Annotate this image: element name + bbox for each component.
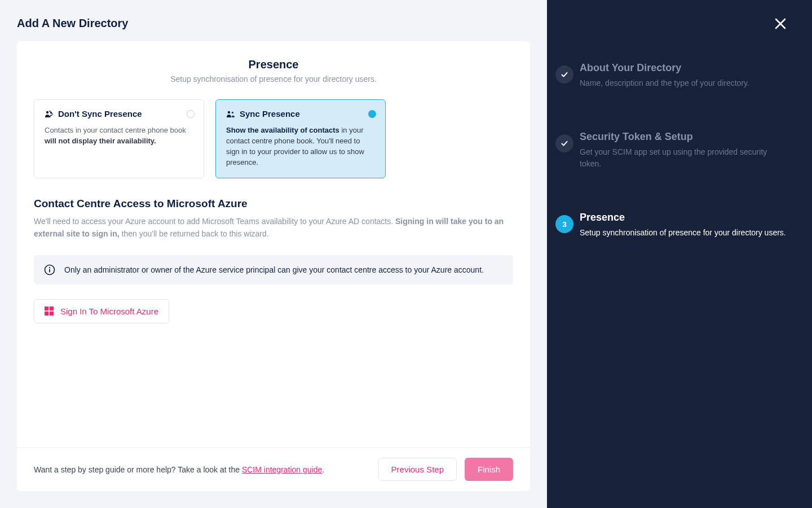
close-icon (774, 17, 787, 30)
svg-point-3 (228, 111, 230, 113)
scim-guide-link[interactable]: SCIM integration guide (242, 465, 322, 474)
step-content: About Your Directory Name, description a… (580, 62, 749, 89)
step-indicator-done (555, 134, 573, 152)
option-description: Contacts in your contact centre phone bo… (45, 125, 193, 147)
option-header: Sync Presence (226, 109, 375, 119)
presence-options: Don't Sync Presence Contacts in your con… (34, 99, 513, 178)
info-banner: Only an administrator or owner of the Az… (34, 255, 513, 284)
option-dont-sync-presence[interactable]: Don't Sync Presence Contacts in your con… (34, 99, 204, 178)
option-desc-bold: will not display their availability. (45, 137, 156, 145)
check-icon (561, 139, 568, 147)
footer-help-text: Want a step by step guide or more help? … (34, 465, 324, 474)
step-indicator-done (555, 65, 573, 84)
step-indicator-current: 3 (555, 215, 573, 233)
svg-rect-10 (45, 312, 48, 316)
step-content: Security Token & Setup Get your SCIM app… (580, 131, 789, 170)
svg-rect-9 (50, 306, 54, 310)
svg-point-4 (232, 111, 233, 113)
card-footer: Want a step by step guide or more help? … (17, 447, 530, 491)
step-title: Security Token & Setup (580, 131, 789, 143)
card-body: Presence Setup synchronisation of presen… (17, 58, 530, 447)
info-icon (44, 264, 55, 275)
section-title: Presence (34, 58, 513, 71)
main-content: Add A New Directory Presence Setup synch… (0, 0, 547, 508)
azure-section-title: Contact Centre Access to Microsoft Azure (34, 198, 513, 210)
svg-rect-8 (45, 306, 48, 310)
step-content: Presence Setup synchronisation of presen… (580, 212, 786, 239)
radio-indicator-selected (368, 110, 376, 118)
step-security-token[interactable]: Security Token & Setup Get your SCIM app… (580, 131, 789, 170)
step-description: Setup synchronisation of presence for yo… (580, 227, 786, 239)
previous-step-button[interactable]: Previous Step (378, 458, 457, 481)
svg-rect-11 (50, 312, 54, 316)
person-off-icon (45, 110, 54, 118)
microsoft-icon (45, 306, 54, 316)
svg-point-6 (49, 267, 50, 268)
finish-button[interactable]: Finish (465, 458, 513, 481)
option-title: Don't Sync Presence (58, 109, 142, 119)
radio-indicator-unselected (187, 110, 195, 118)
wizard-card: Presence Setup synchronisation of presen… (17, 41, 530, 491)
footer-buttons: Previous Step Finish (378, 458, 513, 481)
step-description: Get your SCIM app set up using the provi… (580, 146, 789, 170)
option-description: Show the availability of contacts in you… (226, 125, 375, 168)
check-icon (561, 71, 568, 78)
sign-in-azure-label: Sign In To Microsoft Azure (60, 306, 158, 316)
section-subtitle: Setup synchronisation of presence for yo… (34, 75, 513, 84)
option-desc-bold: Show the availability of contacts (226, 126, 339, 134)
azure-section: Contact Centre Access to Microsoft Azure… (34, 198, 513, 323)
azure-desc-suffix: then you'll be returned back to this wiz… (120, 229, 269, 238)
step-about-directory[interactable]: About Your Directory Name, description a… (580, 62, 789, 89)
svg-point-0 (46, 111, 48, 113)
step-presence[interactable]: 3 Presence Setup synchronisation of pres… (580, 212, 789, 239)
close-button[interactable] (771, 15, 789, 33)
option-header: Don't Sync Presence (45, 109, 193, 119)
info-text: Only an administrator or owner of the Az… (64, 265, 484, 274)
option-title: Sync Presence (240, 109, 300, 119)
sign-in-azure-button[interactable]: Sign In To Microsoft Azure (34, 299, 169, 323)
step-description: Name, description and the type of your d… (580, 77, 749, 89)
page-title: Add A New Directory (0, 0, 547, 41)
option-sync-presence[interactable]: Sync Presence Show the availability of c… (215, 99, 386, 178)
people-icon (226, 110, 235, 118)
step-title: Presence (580, 212, 786, 224)
svg-rect-7 (49, 269, 50, 272)
step-title: About Your Directory (580, 62, 749, 74)
azure-section-description: We'll need to access your Azure account … (34, 216, 513, 240)
option-desc-prefix: Contacts in your contact centre phone bo… (45, 126, 186, 134)
azure-desc-prefix: We'll need to access your Azure account … (34, 217, 395, 226)
steps-sidebar: About Your Directory Name, description a… (547, 0, 812, 508)
footer-help-prefix: Want a step by step guide or more help? … (34, 465, 242, 474)
footer-help-suffix: . (322, 465, 324, 474)
svg-line-2 (50, 111, 53, 115)
